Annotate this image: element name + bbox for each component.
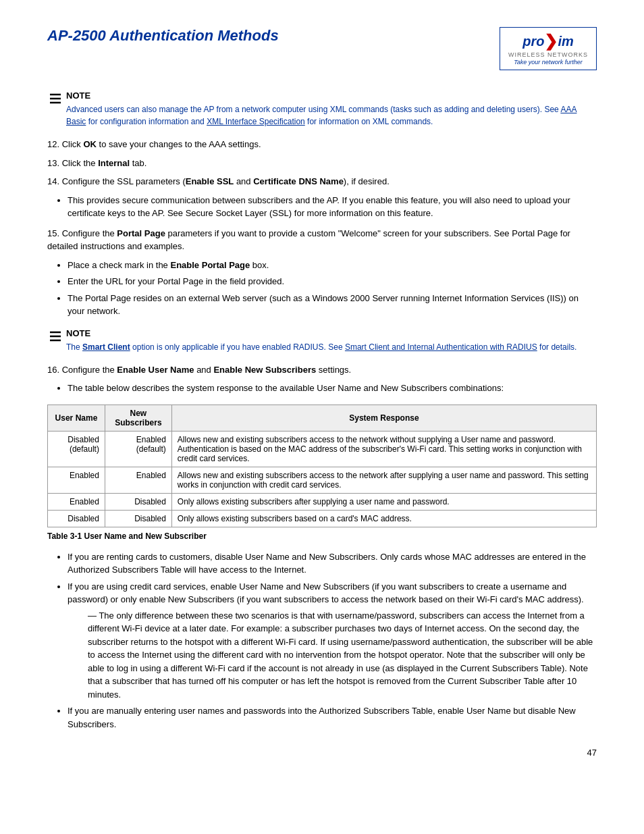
sub-bullets: The only difference between these two sc… xyxy=(88,609,597,702)
cell-response-4: Only allows existing subscribers based o… xyxy=(171,510,596,527)
step-15-bullets: Place a check mark in the Enable Portal … xyxy=(68,259,597,318)
page-number: 47 xyxy=(587,748,597,758)
note-2-label: NOTE xyxy=(66,328,597,338)
col-header-user-name: User Name xyxy=(48,405,105,431)
note-2-body: NOTE The Smart Client option is only app… xyxy=(66,328,597,353)
step-16-bullet-1: The table below describes the system res… xyxy=(68,382,597,395)
logo-text-im: im xyxy=(558,33,573,49)
table-row: Disabled (default) Enabled (default) All… xyxy=(48,431,597,467)
aaa-basic-link[interactable]: AAA Basic xyxy=(66,105,576,126)
logo-tagline: Take your network further xyxy=(508,59,588,66)
step-15-bullet-3: The Portal Page resides on an external W… xyxy=(68,292,597,318)
col-header-system-response: System Response xyxy=(171,405,596,431)
cell-new-sub-2: Enabled xyxy=(105,467,171,493)
post-bullet-2: If you are using credit card services, e… xyxy=(68,580,597,702)
step-15: 15. Configure the Portal Page parameters… xyxy=(47,227,597,253)
post-bullet-3: If you are manually entering user names … xyxy=(68,704,597,731)
note-icon xyxy=(47,92,66,107)
page-header: AP-2500 Authentication Methods pro ❯ im … xyxy=(47,27,597,70)
table-row: Enabled Disabled Only allows existing su… xyxy=(48,493,597,510)
page-container: AP-2500 Authentication Methods pro ❯ im … xyxy=(0,0,644,778)
portal-page-link[interactable]: Portal Page xyxy=(512,228,558,238)
cell-response-2: Allows new and existing subscribers acce… xyxy=(171,467,596,493)
note-2: NOTE The Smart Client option is only app… xyxy=(47,328,597,353)
logo-area: pro ❯ im WIRELESS NETWORKS Take your net… xyxy=(500,27,597,70)
col-header-new-subscribers: New Subscribers xyxy=(105,405,171,431)
note-1-body: NOTE Advanced users can also manage the … xyxy=(66,90,597,128)
ssl-link[interactable]: Secure Socket Layer (SSL) xyxy=(186,208,292,218)
step-16-bullets: The table below describes the system res… xyxy=(68,382,597,395)
current-subscribers-link[interactable]: Current Subscribers Table xyxy=(460,663,562,673)
cell-response-3: Only allows existing subscribers after s… xyxy=(171,493,596,510)
step-14-bullets: This provides secure communication betwe… xyxy=(68,194,597,220)
sub-bullet-1: The only difference between these two sc… xyxy=(88,609,597,702)
step-15-bullet-2: Enter the URL for your Portal Page in th… xyxy=(68,275,597,288)
smart-client-internal-link[interactable]: Smart Client and Internal Authentication… xyxy=(345,342,537,352)
step-12: 12. Click OK to save your changes to the… xyxy=(47,138,597,151)
cell-user-name-1: Disabled (default) xyxy=(48,431,105,467)
note-2-text: The Smart Client option is only applicab… xyxy=(66,341,597,353)
note-2-icon xyxy=(47,330,66,345)
cell-user-name-2: Enabled xyxy=(48,467,105,493)
cell-new-sub-1: Enabled (default) xyxy=(105,431,171,467)
post-table-section: If you are renting cards to customers, d… xyxy=(47,550,597,731)
page-title: AP-2500 Authentication Methods xyxy=(47,27,279,45)
logo-arrow-icon: ❯ xyxy=(544,32,558,51)
cell-user-name-3: Enabled xyxy=(48,493,105,510)
post-bullet-1: If you are renting cards to customers, d… xyxy=(68,550,597,577)
xml-interface-link[interactable]: XML Interface Specification xyxy=(207,117,305,126)
table-caption: Table 3-1 User Name and New Subscriber xyxy=(47,531,597,541)
steps-12-14: 12. Click OK to save your changes to the… xyxy=(47,138,597,220)
step-14: 14. Configure the SSL parameters (Enable… xyxy=(47,175,597,188)
table-row: Enabled Enabled Allows new and existing … xyxy=(48,467,597,493)
table-row: Disabled Disabled Only allows existing s… xyxy=(48,510,597,527)
smart-client-link[interactable]: Smart Client xyxy=(82,342,130,352)
step-14-bullet-1: This provides secure communication betwe… xyxy=(68,194,597,220)
logo-text-p: pro xyxy=(522,33,544,49)
step-16-section: 16. Configure the Enable User Name and E… xyxy=(47,363,597,395)
step-13: 13. Click the Internal tab. xyxy=(47,157,597,170)
table-header-row: User Name New Subscribers System Respons… xyxy=(48,405,597,431)
cell-new-sub-4: Disabled xyxy=(105,510,171,527)
step-16: 16. Configure the Enable User Name and E… xyxy=(47,363,597,377)
note-1: NOTE Advanced users can also manage the … xyxy=(47,90,597,128)
user-name-table: User Name New Subscribers System Respons… xyxy=(47,405,597,527)
post-table-bullets: If you are renting cards to customers, d… xyxy=(68,550,597,731)
logo-wireless: WIRELESS NETWORKS xyxy=(508,51,588,59)
user-name-table-container: User Name New Subscribers System Respons… xyxy=(47,405,597,541)
cell-new-sub-3: Disabled xyxy=(105,493,171,510)
note-1-label: NOTE xyxy=(66,90,597,101)
cell-response-1: Allows new and existing subscribers acce… xyxy=(171,431,596,467)
step-15-bullet-1: Place a check mark in the Enable Portal … xyxy=(68,259,597,272)
step-15-section: 15. Configure the Portal Page parameters… xyxy=(47,227,597,318)
note-1-text: Advanced users can also manage the AP fr… xyxy=(66,103,597,128)
cell-user-name-4: Disabled xyxy=(48,510,105,527)
